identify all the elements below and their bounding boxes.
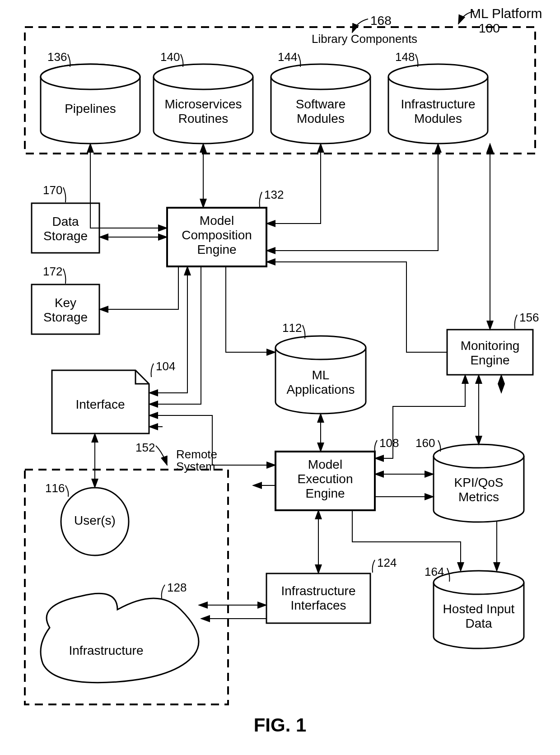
library-ref: 168 bbox=[370, 14, 392, 28]
ml-platform-ref: 100 bbox=[479, 21, 500, 35]
svg-point-9 bbox=[388, 64, 488, 89]
model-exec-l1: Model bbox=[308, 457, 342, 471]
infra-ifaces-l1: Infrastructure bbox=[281, 584, 356, 598]
svg-text:KPI/QoS: KPI/QoS bbox=[454, 475, 504, 489]
svg-text:Software: Software bbox=[296, 97, 346, 111]
ml-platform-title: ML Platform bbox=[470, 6, 542, 21]
infra-blob bbox=[41, 593, 199, 682]
model-exec-l2: Execution bbox=[298, 472, 353, 486]
microservices-ref: 140 bbox=[160, 50, 180, 64]
microservices-cylinder: Microservices Routines bbox=[154, 64, 253, 144]
remote-ref: 152 bbox=[135, 441, 155, 454]
users-label: User(s) bbox=[74, 513, 116, 527]
svg-point-3 bbox=[154, 64, 253, 89]
model-comp-l2: Composition bbox=[182, 228, 252, 242]
model-exec-l3: Engine bbox=[305, 486, 345, 500]
data-storage-l1: Data bbox=[52, 214, 79, 228]
figure-caption: FIG. 1 bbox=[254, 714, 307, 736]
remote-l1: Remote bbox=[176, 447, 217, 461]
infra-blob-ref: 128 bbox=[167, 581, 187, 594]
pipelines-ref: 136 bbox=[47, 50, 67, 64]
data-storage-ref: 170 bbox=[43, 183, 62, 197]
software-modules-ref: 144 bbox=[278, 50, 297, 64]
svg-point-13 bbox=[275, 336, 366, 359]
pipelines-cylinder: Pipelines bbox=[41, 64, 140, 144]
svg-text:Metrics: Metrics bbox=[458, 490, 499, 504]
svg-point-16 bbox=[434, 444, 524, 468]
svg-point-19 bbox=[434, 571, 524, 594]
hosted-input-cylinder: Hosted Input Data bbox=[434, 571, 524, 648]
ml-apps-cylinder: ML Applications bbox=[275, 336, 366, 414]
interface-ref: 104 bbox=[156, 359, 175, 373]
svg-text:Microservices: Microservices bbox=[164, 97, 242, 111]
remote-l2: System bbox=[176, 460, 215, 473]
infra-blob-label: Infrastructure bbox=[69, 643, 144, 657]
svg-point-1 bbox=[41, 64, 140, 89]
svg-text:Applications: Applications bbox=[287, 382, 355, 396]
monitoring-l2: Engine bbox=[470, 353, 509, 367]
kpi-cylinder: KPI/QoS Metrics bbox=[434, 444, 524, 522]
kpi-ref: 160 bbox=[415, 436, 435, 450]
model-comp-l3: Engine bbox=[197, 242, 236, 256]
key-storage-ref: 172 bbox=[43, 265, 62, 278]
data-storage-l2: Storage bbox=[43, 229, 88, 243]
svg-text:Interface: Interface bbox=[76, 397, 125, 411]
key-storage-l1: Key bbox=[55, 296, 76, 310]
key-storage-l2: Storage bbox=[43, 310, 88, 324]
svg-text:Modules: Modules bbox=[414, 112, 462, 126]
monitoring-ref: 156 bbox=[519, 311, 539, 324]
model-comp-ref: 132 bbox=[264, 188, 284, 201]
infra-ifaces-l2: Interfaces bbox=[291, 598, 346, 612]
infra-modules-ref: 148 bbox=[395, 50, 415, 64]
hosted-input-ref: 164 bbox=[425, 565, 444, 578]
library-label: Library Components bbox=[312, 32, 417, 46]
monitoring-l1: Monitoring bbox=[461, 339, 520, 353]
model-exec-ref: 108 bbox=[379, 436, 399, 450]
svg-text:Routines: Routines bbox=[178, 112, 229, 126]
svg-text:Data: Data bbox=[465, 616, 492, 630]
model-comp-l1: Model bbox=[200, 214, 234, 228]
svg-text:Hosted Input: Hosted Input bbox=[443, 602, 515, 616]
svg-text:Pipelines: Pipelines bbox=[65, 102, 116, 116]
svg-point-6 bbox=[271, 64, 370, 89]
infra-modules-cylinder: Infrastructure Modules bbox=[388, 64, 488, 144]
users-ref: 116 bbox=[45, 481, 65, 495]
svg-text:ML: ML bbox=[312, 368, 330, 382]
ml-apps-ref: 112 bbox=[282, 321, 302, 335]
svg-text:Modules: Modules bbox=[297, 112, 345, 126]
infra-ifaces-ref: 124 bbox=[377, 556, 397, 569]
software-modules-cylinder: Software Modules bbox=[271, 64, 370, 144]
interface-doc: Interface bbox=[52, 370, 149, 433]
svg-text:Infrastructure: Infrastructure bbox=[401, 97, 476, 111]
